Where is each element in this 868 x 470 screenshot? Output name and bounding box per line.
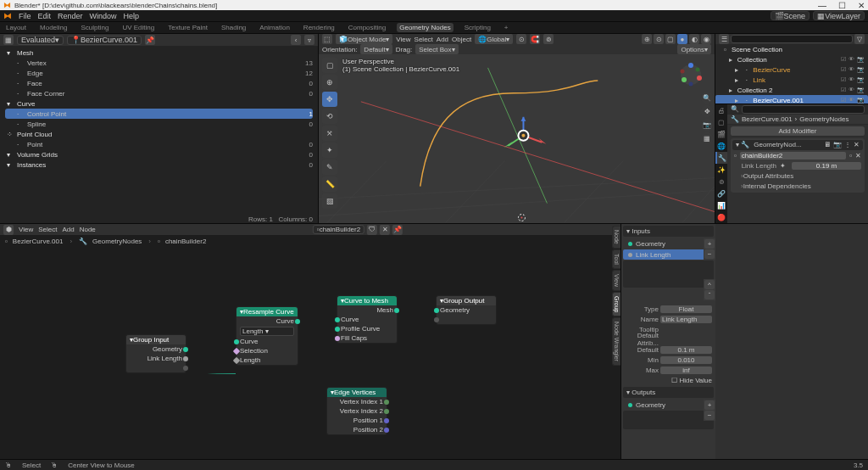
input-geometry[interactable]: Geometry [636,240,665,248]
ne-tab-group[interactable]: Group [612,292,620,316]
minimize-icon[interactable]: — [818,1,826,10]
prop-tab-particles-icon[interactable]: ✨ [715,164,727,176]
node-curve-to-mesh[interactable]: ▾ Curve to Mesh Mesh Curve Profile Curve… [337,295,398,344]
pan-icon[interactable]: ✥ [701,105,713,117]
prop-tab-physics-icon[interactable]: ⊚ [715,176,727,187]
nodegroup-name[interactable]: chainBuilder2 [740,152,846,159]
tab-add[interactable]: + [502,23,511,32]
proportional-icon[interactable]: ⊚ [543,34,554,44]
input-remove-icon[interactable]: − [704,249,715,259]
tool-transform-icon[interactable]: ✦ [322,143,337,158]
tab-texture[interactable]: Texture Paint [165,23,210,32]
bc-object[interactable]: BezierCurve.001 [742,115,793,123]
unlink-group-icon[interactable]: ✕ [380,225,390,235]
tab-layout[interactable]: Layout [3,23,29,32]
output-remove-icon[interactable]: − [704,411,715,420]
outliner-row[interactable]: ▸Collection☑👁📷 [715,54,868,64]
output-geometry[interactable]: Geometry [636,401,665,409]
menu-render[interactable]: Render [58,12,83,20]
gizmo-visibility-icon[interactable]: ⊕ [642,34,652,44]
resample-mode[interactable]: Length ▾ [240,327,294,336]
perspective-icon[interactable]: ▦ [701,132,713,144]
nodegroup-browse-icon[interactable]: ▫ [849,152,852,159]
scene-selector[interactable]: 🎬 Scene [771,11,810,20]
spreadsheet-evaluated[interactable]: Evaluated ▾ [17,36,64,45]
tab-rendering[interactable]: Rendering [301,23,337,32]
prop-tab-output-icon[interactable]: ▢ [715,116,727,128]
spreadsheet-row[interactable]: ·Edge12 [5,68,313,78]
input-down-icon[interactable]: ˇ [704,290,715,299]
prop-tab-material-icon[interactable]: 🔴 [715,211,727,223]
bc-obj[interactable]: BezierCurve.001 [13,238,64,245]
mod-extra-icon[interactable]: ⋮ [844,141,851,148]
tool-annotate-icon[interactable]: ✎ [322,159,337,175]
node-editor[interactable]: ⬢ View Select Add Node ▫ chainBuilder2 🛡… [0,223,715,459]
tab-shading[interactable]: Shading [219,23,248,32]
prop-search[interactable] [742,105,865,114]
add-modifier-button[interactable]: Add Modifier [731,126,865,137]
default-value[interactable]: 0.1 m [660,346,712,354]
tool-scale-icon[interactable]: ⤧ [322,126,337,141]
spreadsheet-row[interactable]: ·Vertex13 [5,58,313,68]
mod-realtime-icon[interactable]: 🖥 [824,141,831,148]
outliner-search[interactable] [731,35,853,43]
ne-tab-tool[interactable]: Tool [612,249,620,269]
modifier-name[interactable]: GeometryNod... [752,141,821,148]
tab-animation[interactable]: Animation [257,23,292,32]
name-input[interactable]: Link Length [660,316,712,323]
spreadsheet-row[interactable]: ·Control Point1 [5,109,313,119]
drag-value[interactable]: Select Box ▾ [415,44,458,54]
shading-rendered-icon[interactable]: ◉ [701,34,711,44]
ne-menu-select[interactable]: Select [38,226,57,233]
prop-tab-render-icon[interactable]: 🖨 [715,104,727,116]
attr-toggle-icon[interactable]: ✦ [780,162,788,170]
node-edge-vertices[interactable]: ▾ Edge Vertices Vertex Index 1 Vertex In… [326,387,387,435]
prop-tab-constraints-icon[interactable]: 🔗 [715,187,727,199]
ne-menu-node[interactable]: Node [80,226,96,233]
spreadsheet-object[interactable]: 📍 BezierCurve.001 [67,36,142,45]
node-group-input[interactable]: ▾ Group Input Geometry Link Length [125,334,186,373]
menu-view[interactable]: View [396,36,410,43]
output-attributes[interactable]: Output Attributes [732,171,863,181]
maximize-icon[interactable]: ☐ [838,1,846,10]
outliner-row[interactable]: ▸·BezierCurve.001☑👁📷 [715,95,868,104]
outliner-row[interactable]: ▸·Link☑👁📷 [715,75,868,85]
tab-scripting[interactable]: Scripting [462,23,493,32]
outputs-header[interactable]: ▾ Outputs [623,387,714,398]
menu-object[interactable]: Object [452,36,471,43]
chevron-left-icon[interactable]: ‹ [291,35,301,45]
input-add-icon[interactable]: + [704,239,715,249]
input-link-length[interactable]: Link Length [636,251,670,259]
tab-uv[interactable]: UV Editing [120,23,157,32]
tool-select-icon[interactable]: ▢ [322,58,337,73]
tab-compositing[interactable]: Compositing [346,23,388,32]
mode-selector[interactable]: 🧊 Object Mode ▾ [336,34,392,44]
spreadsheet-row[interactable]: ·Point0 [5,139,313,149]
input-up-icon[interactable]: ^ [704,280,715,289]
spreadsheet-row[interactable]: ▾Volume Grids0 [5,149,313,159]
inputs-header[interactable]: ▾ Inputs [623,226,714,237]
menu-edit[interactable]: Edit [38,12,52,20]
orientation-value[interactable]: Default ▾ [360,44,392,54]
shading-material-icon[interactable]: ◐ [689,34,699,44]
fake-user-icon[interactable]: 🛡 [367,225,377,235]
pin-group-icon[interactable]: 📌 [392,225,403,235]
ne-menu-add[interactable]: Add [62,226,74,233]
output-add-icon[interactable]: + [704,400,715,410]
menu-add[interactable]: Add [437,36,448,43]
link-length-value[interactable]: 0.19 m [792,162,861,170]
tool-rotate-icon[interactable]: ⟲ [322,109,337,124]
mod-close-icon[interactable]: ✕ [854,141,860,148]
spreadsheet-row[interactable]: ▾Mesh [5,48,313,58]
spreadsheet-row[interactable]: ⁘Point Cloud [5,129,313,139]
menu-window[interactable]: Window [90,12,117,20]
mod-render-icon[interactable]: 📷 [833,141,842,148]
outliner-row[interactable]: ▸Collection 2☑👁📷 [715,85,868,95]
tool-addcube-icon[interactable]: ▧ [322,193,337,209]
spreadsheet-row[interactable]: ·Face0 [5,78,313,88]
bc-mod[interactable]: GeometryNodes [799,115,849,123]
hide-value-check[interactable]: ☐ [671,377,677,384]
snap-icon[interactable]: 🧲 [530,34,540,44]
min-value[interactable]: 0.010 [660,356,712,364]
filter-funnel-icon[interactable]: ▽ [854,34,865,44]
